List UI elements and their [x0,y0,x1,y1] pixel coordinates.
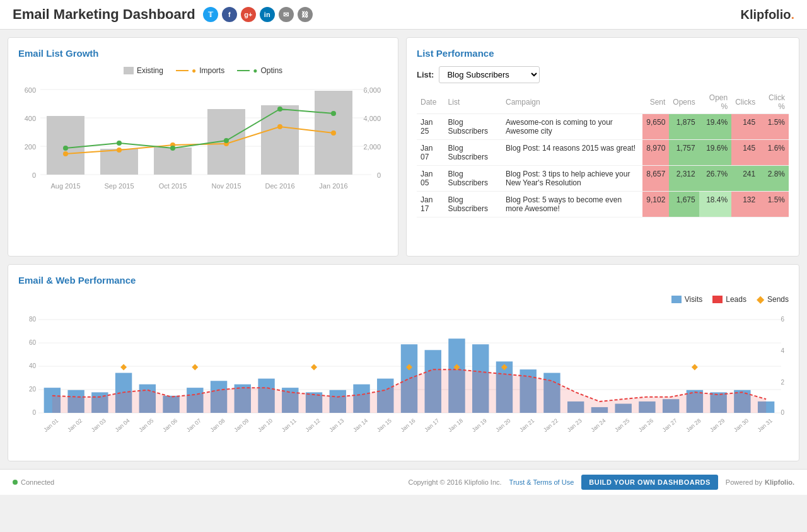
cell-campaign: Blog Post: 5 ways to become even more Aw… [502,192,642,217]
top-row: Email List Growth Existing ● Imports ● O… [8,37,799,257]
x-axis-label: Jan 22 [542,417,559,433]
bar-aug [47,116,84,175]
leads-label: Leads [726,295,746,304]
powered-by-label: Powered by [726,478,762,486]
list-performance-card: List Performance List: Blog Subscribers … [406,37,799,257]
cell-sent: 8,657 [642,166,669,192]
x-axis-label: Jan 21 [518,417,535,433]
cell-opens: 1,675 [669,192,699,217]
powered-by: Powered by Klipfolio. [726,478,794,486]
x-axis-label: Jan 16 [400,417,417,433]
svg-text:Jan 2016: Jan 2016 [319,182,347,190]
footer: Connected Copyright © 2016 Klipfolio Inc… [0,469,807,495]
terms-link[interactable]: Trust & Terms of Use [509,478,574,486]
cell-opens: 1,875 [669,114,699,140]
cell-sent: 9,650 [642,114,669,140]
cell-open-pct: 18.4% [699,192,731,217]
x-axis-label: Jan 18 [447,417,464,433]
legend-leads: Leads [712,293,746,305]
email-web-performance-card: Email & Web Performance Visits Leads ◆ S… [8,264,799,461]
x-axis-label: Jan 11 [281,417,298,433]
cell-date: Jan 07 [417,140,444,166]
col-sent: Sent [642,91,669,114]
cell-date: Jan 17 [417,192,444,217]
list-label: List: [417,70,434,79]
cell-clicks: 145 [731,140,759,166]
header: Email Marketing Dashboard 𝕋 f g+ in ✉ ⛓ … [0,0,807,30]
x-axis-label: Jan 01 [42,417,59,433]
x-axis-label: Jan 07 [185,417,202,433]
copyright-text: Copyright © 2016 Klipfolio Inc. [408,478,501,486]
email-icon[interactable]: ✉ [279,7,294,22]
cell-sent: 9,102 [642,192,669,217]
page-title: Email Marketing Dashboard [13,6,195,23]
optins-dot-4 [224,138,229,143]
x-axis-label: Jan 02 [66,417,83,433]
linkedin-icon[interactable]: in [260,7,275,22]
sends-diamond [120,364,127,371]
existing-legend-box [124,67,134,74]
imports-legend-line [176,70,189,71]
legend-optins: ● Optins [237,66,282,75]
x-axis-label: Jan 28 [685,417,702,433]
cell-click-pct: 1.6% [759,140,789,166]
list-dropdown[interactable]: Blog Subscribers Newsletter Customers [439,66,540,83]
svg-text:40: 40 [29,362,37,369]
legend-visits: Visits [671,293,702,305]
x-axis-label: Jan 13 [328,417,345,433]
x-axis-label: Jan 25 [613,417,630,433]
sends-diamond [311,364,317,371]
build-dashboards-button[interactable]: BUILD YOUR OWN DASHBOARDS [581,475,718,490]
existing-label: Existing [137,66,163,75]
facebook-icon[interactable]: f [222,7,237,22]
optins-dot-2 [117,141,122,146]
svg-text:2: 2 [781,379,784,386]
email-list-growth-title: Email List Growth [18,48,388,59]
cell-campaign: Blog Post: 14 reasons 2015 was great! [502,140,642,166]
googleplus-icon[interactable]: g+ [241,7,256,22]
bar-sep [100,149,138,175]
chart-legend: Existing ● Imports ● Optins [18,66,388,75]
connected-label: Connected [21,478,54,486]
cell-click-pct: 2.8% [759,166,789,192]
sends-diamond [192,364,198,371]
email-list-growth-chart: 600 400 200 0 6,000 4,000 2,000 0 [18,80,384,244]
connected-dot [13,480,18,485]
footer-right: Copyright © 2016 Klipfolio Inc. Trust & … [408,475,794,490]
performance-table: Date List Campaign Sent Opens Open % Cli… [417,91,789,217]
col-date: Date [417,91,444,114]
link-icon[interactable]: ⛓ [298,7,313,22]
x-axis-label: Jan 17 [423,417,440,433]
imports-dot-2 [117,147,122,153]
svg-text:60: 60 [29,339,37,346]
cell-campaign: Awesome-con is coming to your Awesome ci… [502,114,642,140]
optins-label: Optins [260,66,282,75]
legend-sends: ◆ Sends [757,293,789,305]
klipfolio-logo: Klipfolio. [740,8,794,22]
svg-text:Aug 2015: Aug 2015 [50,182,80,190]
bar-oct [154,147,192,175]
svg-text:Dec 2016: Dec 2016 [265,182,294,190]
table-row: Jan 07 Blog Subscribers Blog Post: 14 re… [417,140,789,166]
twitter-icon[interactable]: 𝕋 [203,7,218,22]
x-axis-label: Jan 03 [90,417,107,433]
cell-campaign: Blog Post: 3 tips to help achieve your N… [502,166,642,192]
cell-sent: 8,970 [642,140,669,166]
leads-legend-box [712,296,723,303]
svg-text:6: 6 [781,316,784,323]
cell-opens: 1,757 [669,140,699,166]
optins-dot-3 [170,146,175,151]
x-axis-label: Jan 23 [566,417,583,433]
x-axis-label: Jan 19 [471,417,488,433]
x-axis-label: Jan 04 [114,417,131,433]
cell-click-pct: 1.5% [759,192,789,217]
cell-clicks: 132 [731,192,759,217]
sends-label: Sends [767,295,789,304]
list-selector: List: Blog Subscribers Newsletter Custom… [417,66,789,83]
x-axis-label: Jan 08 [209,417,226,433]
email-web-performance-title: Email & Web Performance [18,275,789,286]
table-row: Jan 17 Blog Subscribers Blog Post: 5 way… [417,192,789,217]
cell-open-pct: 19.6% [699,140,731,166]
x-axis-label: Jan 27 [661,417,678,433]
cell-clicks: 241 [731,166,759,192]
